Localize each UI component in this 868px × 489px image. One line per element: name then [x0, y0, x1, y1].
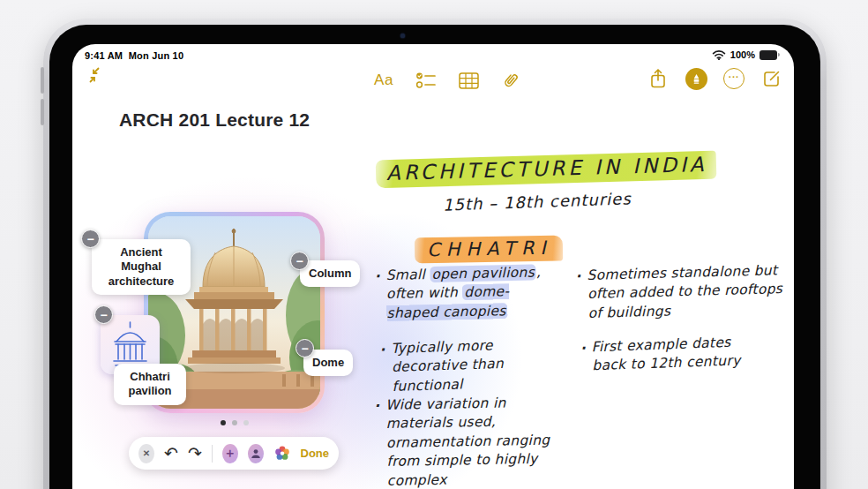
bullet-decorative: · Typically more decorative than functio… — [391, 335, 560, 396]
bullet-wide-variation: · Wide variation in materials used, orna… — [385, 393, 577, 489]
photo-backdrop: 9:41 AM Mon Jun 10 100% — [0, 0, 868, 489]
image-playground-button[interactable] — [273, 444, 291, 463]
text-format-label: Aa — [374, 71, 393, 89]
add-element-button[interactable]: ＋ — [222, 444, 238, 463]
wifi-icon — [712, 49, 726, 60]
handwritten-subheading: 15th – 18th centuries — [443, 189, 632, 214]
redo-icon: ↷ — [188, 443, 202, 463]
volume-up-button — [41, 67, 44, 94]
handwritten-heading: ARCHITECTURE IN INDIA — [376, 153, 716, 185]
battery-percent: 100% — [730, 49, 755, 60]
minus-icon: − — [100, 308, 107, 322]
label-ancient-mughal[interactable]: Ancient Mughal architecture — [92, 239, 191, 295]
remove-sketch-button[interactable]: − — [94, 305, 113, 324]
share-button[interactable] — [647, 67, 670, 90]
markup-button[interactable] — [685, 68, 707, 90]
attachment-button[interactable] — [499, 69, 522, 92]
orange-highlighted-title: CHHATRI — [415, 236, 563, 264]
close-button[interactable]: ✕ — [138, 444, 154, 463]
text-format-button[interactable]: Aa — [372, 69, 395, 92]
battery-icon — [760, 50, 780, 60]
done-button[interactable]: Done — [301, 447, 330, 460]
redo-button[interactable]: ↷ — [188, 445, 202, 462]
status-time-date: 9:41 AM Mon Jun 10 — [85, 50, 183, 61]
green-highlighted-heading: ARCHITECTURE IN INDIA — [376, 151, 716, 189]
minus-icon: − — [86, 232, 94, 246]
volume-down-button — [41, 99, 44, 125]
handwritten-section-title: CHHATRI — [415, 237, 563, 261]
plus-icon: ＋ — [224, 446, 236, 462]
editor-toolbar: Aa — [372, 69, 522, 92]
page-dot[interactable] — [232, 420, 237, 425]
label-column[interactable]: Column — [300, 260, 360, 287]
remove-label-button[interactable]: − — [81, 229, 100, 248]
bullet-first-example: · First example dates back to 12th centu… — [591, 333, 760, 376]
table-button[interactable] — [457, 69, 480, 92]
clock: 9:41 AM — [85, 50, 123, 61]
window-toolbar: ··· — [647, 67, 783, 90]
bullet-small-open-pavilions: · Small open pavilions, often with dome-… — [385, 263, 558, 323]
person-icon — [251, 448, 261, 459]
collapse-note-button[interactable] — [86, 67, 102, 83]
ellipsis-icon: ··· — [729, 71, 740, 82]
compose-button[interactable] — [760, 67, 783, 90]
minus-icon: − — [296, 254, 303, 268]
more-options-button[interactable]: ··· — [723, 68, 745, 89]
remove-label-button[interactable]: − — [290, 252, 309, 270]
front-camera — [400, 34, 405, 38]
checklist-button[interactable] — [415, 69, 438, 92]
note-title: ARCH 201 Lecture 12 — [119, 109, 310, 131]
bullet-standalone: · Sometimes standalone but often added t… — [587, 261, 787, 323]
remove-label-button[interactable]: − — [296, 339, 314, 357]
page-indicator[interactable] — [221, 420, 249, 425]
page-dot-active[interactable] — [221, 420, 226, 425]
minus-icon: − — [301, 342, 308, 356]
subject-lift-button[interactable] — [248, 444, 264, 463]
undo-button[interactable]: ↶ — [164, 445, 178, 462]
lavender-highlight: open pavilions — [430, 264, 536, 282]
label-chhatri-pavilion[interactable]: Chhatri pavilion — [114, 364, 186, 405]
page-dot[interactable] — [243, 420, 249, 425]
undo-icon: ↶ — [164, 443, 178, 463]
flower-icon — [273, 445, 291, 463]
status-bar: 9:41 AM Mon Jun 10 100% — [72, 49, 794, 64]
notes-app-screen: 9:41 AM Mon Jun 10 100% — [72, 44, 794, 489]
image-markup-toolbar: ✕ ↶ ↷ ＋ Done — [129, 437, 339, 470]
date: Mon Jun 10 — [129, 50, 184, 61]
toolbar-divider — [212, 445, 213, 463]
close-icon: ✕ — [143, 448, 150, 458]
